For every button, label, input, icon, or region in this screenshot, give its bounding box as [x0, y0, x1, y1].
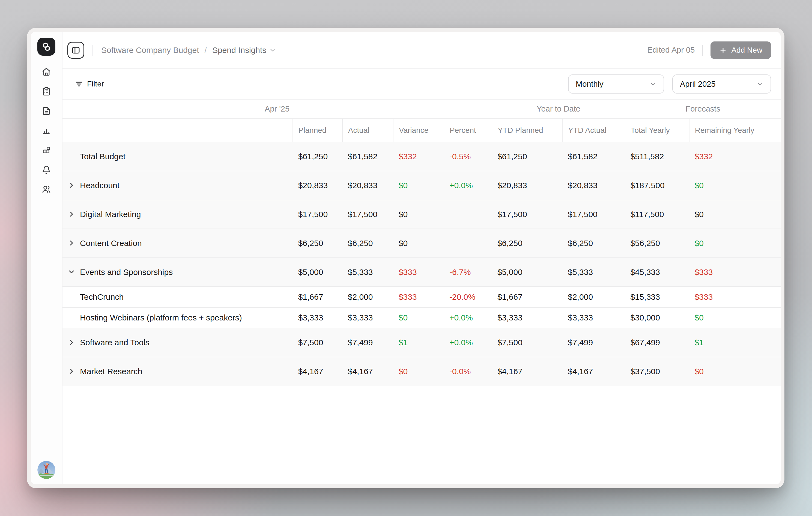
cell-total-yearly[interactable]: $67,499 [625, 328, 689, 357]
cell-percent[interactable]: -20.0% [444, 286, 492, 307]
cell-variance[interactable]: $333 [393, 258, 444, 286]
cell-remaining-yearly[interactable]: $0 [689, 357, 781, 386]
bell-icon[interactable] [42, 165, 51, 175]
cell-remaining-yearly[interactable]: $0 [689, 171, 781, 200]
blocks-icon[interactable] [42, 146, 51, 155]
cell-planned[interactable]: $20,833 [293, 171, 342, 200]
cell-percent[interactable] [444, 229, 492, 258]
cell-planned[interactable]: $6,250 [293, 229, 342, 258]
cell-ytd-actual[interactable]: $3,333 [562, 307, 625, 328]
cell-percent[interactable]: -0.5% [444, 142, 492, 171]
cell-percent[interactable]: -6.7% [444, 258, 492, 286]
cell-total-yearly[interactable]: $117,500 [625, 200, 689, 229]
row-expand-toggle[interactable] [67, 367, 76, 376]
cell-ytd-actual[interactable]: $6,250 [562, 229, 625, 258]
cell-total-yearly[interactable]: $511,582 [625, 142, 689, 171]
cell-remaining-yearly[interactable]: $1 [689, 328, 781, 357]
file-text-icon[interactable] [42, 107, 51, 116]
table-row[interactable]: Headcount $20,833 $20,833 $0 +0.0% $20,8… [62, 171, 781, 200]
row-expand-toggle[interactable] [67, 268, 76, 277]
cell-remaining-yearly[interactable]: $333 [689, 258, 781, 286]
cell-planned[interactable]: $17,500 [293, 200, 342, 229]
cell-variance[interactable]: $0 [393, 229, 444, 258]
cell-total-yearly[interactable]: $56,250 [625, 229, 689, 258]
cell-variance[interactable]: $332 [393, 142, 444, 171]
cell-actual[interactable]: $17,500 [342, 200, 393, 229]
cell-remaining-yearly[interactable]: $0 [689, 307, 781, 328]
row-expand-toggle[interactable] [67, 293, 76, 301]
cell-percent[interactable]: +0.0% [444, 171, 492, 200]
cell-variance[interactable]: $333 [393, 286, 444, 307]
cell-percent[interactable]: -0.0% [444, 357, 492, 386]
cell-ytd-planned[interactable]: $6,250 [492, 229, 562, 258]
cell-planned[interactable]: $61,250 [293, 142, 342, 171]
table-row[interactable]: Software and Tools $7,500 $7,499 $1 +0.0… [62, 328, 781, 357]
cell-planned[interactable]: $4,167 [293, 357, 342, 386]
table-row[interactable]: Market Research $4,167 $4,167 $0 -0.0% $… [62, 357, 781, 386]
cell-total-yearly[interactable]: $15,333 [625, 286, 689, 307]
cell-planned[interactable]: $5,000 [293, 258, 342, 286]
table-row[interactable]: TechCrunch $1,667 $2,000 $333 -20.0% $1,… [62, 286, 781, 307]
table-row[interactable]: Digital Marketing $17,500 $17,500 $0 $17… [62, 200, 781, 229]
cell-variance[interactable]: $0 [393, 357, 444, 386]
cell-total-yearly[interactable]: $187,500 [625, 171, 689, 200]
row-expand-toggle[interactable] [67, 239, 76, 248]
breadcrumb-parent[interactable]: Software Company Budget [101, 45, 199, 55]
row-expand-toggle[interactable] [67, 181, 76, 190]
breadcrumb-current[interactable]: Spend Insights [212, 45, 276, 55]
cell-ytd-actual[interactable]: $20,833 [562, 171, 625, 200]
cell-percent[interactable]: +0.0% [444, 307, 492, 328]
home-icon[interactable] [42, 67, 51, 77]
cell-total-yearly[interactable]: $37,500 [625, 357, 689, 386]
bar-chart-icon[interactable] [42, 126, 51, 135]
row-expand-toggle[interactable] [67, 210, 76, 219]
cell-ytd-actual[interactable]: $7,499 [562, 328, 625, 357]
table-row[interactable]: Hosting Webinars (platform fees + speake… [62, 307, 781, 328]
cell-ytd-planned[interactable]: $4,167 [492, 357, 562, 386]
cell-planned[interactable]: $3,333 [293, 307, 342, 328]
table-row[interactable]: Total Budget $61,250 $61,582 $332 -0.5% … [62, 142, 781, 171]
period-select[interactable]: Monthly [568, 74, 664, 94]
clipboard-list-icon[interactable] [42, 87, 51, 96]
cell-remaining-yearly[interactable]: $333 [689, 286, 781, 307]
cell-variance[interactable]: $1 [393, 328, 444, 357]
cell-remaining-yearly[interactable]: $332 [689, 142, 781, 171]
cell-ytd-actual[interactable]: $4,167 [562, 357, 625, 386]
cell-ytd-actual[interactable]: $2,000 [562, 286, 625, 307]
cell-ytd-planned[interactable]: $7,500 [492, 328, 562, 357]
sidebar-toggle-button[interactable] [67, 42, 84, 59]
cell-total-yearly[interactable]: $45,333 [625, 258, 689, 286]
cell-actual[interactable]: $5,333 [342, 258, 393, 286]
cell-ytd-planned[interactable]: $17,500 [492, 200, 562, 229]
cell-variance[interactable]: $0 [393, 307, 444, 328]
cell-remaining-yearly[interactable]: $0 [689, 229, 781, 258]
cell-ytd-planned[interactable]: $20,833 [492, 171, 562, 200]
cell-planned[interactable]: $1,667 [293, 286, 342, 307]
cell-ytd-planned[interactable]: $61,250 [492, 142, 562, 171]
month-select[interactable]: April 2025 [672, 74, 771, 94]
cell-planned[interactable]: $7,500 [293, 328, 342, 357]
cell-ytd-actual[interactable]: $61,582 [562, 142, 625, 171]
table-row[interactable]: Events and Sponsorships $5,000 $5,333 $3… [62, 258, 781, 286]
cell-actual[interactable]: $6,250 [342, 229, 393, 258]
cell-variance[interactable]: $0 [393, 200, 444, 229]
cell-total-yearly[interactable]: $30,000 [625, 307, 689, 328]
table-row[interactable]: Content Creation $6,250 $6,250 $0 $6,250… [62, 229, 781, 258]
cell-actual[interactable]: $4,167 [342, 357, 393, 386]
cell-actual[interactable]: $2,000 [342, 286, 393, 307]
cell-ytd-planned[interactable]: $1,667 [492, 286, 562, 307]
cell-percent[interactable]: +0.0% [444, 328, 492, 357]
user-avatar[interactable] [37, 461, 55, 479]
cell-actual[interactable]: $3,333 [342, 307, 393, 328]
cell-ytd-planned[interactable]: $5,000 [492, 258, 562, 286]
add-new-button[interactable]: Add New [710, 41, 771, 59]
filter-button[interactable]: Filter [75, 80, 104, 88]
cell-ytd-actual[interactable]: $5,333 [562, 258, 625, 286]
cell-actual[interactable]: $7,499 [342, 328, 393, 357]
row-expand-toggle[interactable] [67, 152, 76, 161]
users-icon[interactable] [42, 185, 51, 194]
cell-remaining-yearly[interactable]: $0 [689, 200, 781, 229]
row-expand-toggle[interactable] [67, 338, 76, 347]
cell-ytd-actual[interactable]: $17,500 [562, 200, 625, 229]
cell-actual[interactable]: $20,833 [342, 171, 393, 200]
